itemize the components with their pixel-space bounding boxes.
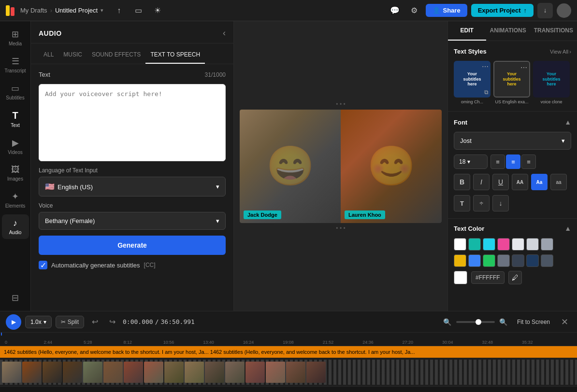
language-caret: ▾ (216, 183, 219, 190)
tab-music[interactable]: MUSIC (58, 48, 87, 64)
style-card-3[interactable]: Yoursubtitleshere (533, 61, 570, 98)
sidebar-item-media[interactable]: ⊞ Media (2, 25, 29, 50)
settings-button[interactable]: ⚙ (406, 3, 422, 18)
align-right-button[interactable]: ≡ (521, 154, 536, 169)
text-count: 31/1000 (205, 71, 226, 78)
view-all-button[interactable]: View All › (550, 49, 571, 55)
sidebar-item-images[interactable]: 🖼 Images (2, 161, 29, 185)
breadcrumb-caret[interactable]: ▾ (101, 7, 103, 14)
align-center-button[interactable]: ≡ (506, 154, 520, 169)
share-button[interactable]: 👤 Share (426, 4, 467, 17)
font-selector[interactable]: Jost ▾ (454, 132, 571, 150)
comments-button[interactable]: 💬 (387, 3, 403, 18)
split-button[interactable]: ✂ Split (56, 316, 84, 328)
play-button[interactable]: ▶ (6, 314, 21, 330)
zoom-in-button[interactable]: 🔍 (498, 316, 509, 328)
text-color-header[interactable]: Text Color ▲ (454, 224, 571, 232)
swatch-dark-gray[interactable] (497, 254, 510, 267)
thumbnail-4 (63, 362, 82, 383)
swatch-slate[interactable] (541, 254, 553, 267)
generate-button[interactable]: Generate (39, 236, 226, 255)
voice-select[interactable]: Bethany (Female) ▾ (39, 212, 226, 230)
thumbnail-16 (306, 362, 326, 383)
font-collapse-arrow[interactable]: ▲ (564, 118, 571, 126)
swatch-mid-gray[interactable] (541, 238, 553, 251)
sidebar-item-layers[interactable]: ⊟ (2, 289, 29, 307)
zoom-slider[interactable] (456, 321, 495, 323)
sidebar-item-subtitles[interactable]: ▭ Subtitles (2, 79, 29, 104)
align-left-button[interactable]: ≡ (490, 154, 505, 169)
tab-text-to-speech[interactable]: TEXT TO SPEECH (145, 48, 205, 64)
color-hex-input[interactable]: #FFFFFF (471, 271, 505, 284)
tab-all[interactable]: ALL (39, 48, 58, 64)
export-button[interactable]: Export Project ↑ (471, 4, 534, 17)
text-label: Text (39, 71, 50, 78)
bold-button[interactable]: B (454, 174, 470, 190)
tab-edit[interactable]: EDIT (448, 21, 486, 41)
icon-nav: ⊞ Media ☰ Transcript ▭ Subtitles T Text … (0, 21, 31, 311)
sidebar-item-text[interactable]: T Text (2, 106, 29, 132)
font-section-header[interactable]: Font ▲ (454, 118, 571, 126)
canvas-top-handle[interactable]: • • • (334, 99, 347, 110)
uppercase-button[interactable]: AA (512, 174, 528, 190)
swatch-pink[interactable] (497, 238, 510, 251)
sidebar-item-elements[interactable]: ✦ Elements (2, 187, 29, 212)
swatch-blue[interactable] (468, 254, 481, 267)
superscript-button[interactable]: ↓ (492, 195, 509, 211)
style-card-menu-1[interactable]: ⋯ (482, 63, 489, 70)
upload-button[interactable]: ↑ (111, 3, 127, 18)
font-size-caret: ▾ (467, 158, 470, 165)
thumbnail-14 (266, 362, 285, 383)
subscript-button[interactable]: ÷ (473, 195, 490, 211)
swatch-cyan[interactable] (483, 238, 495, 251)
italic-button[interactable]: I (473, 174, 490, 190)
swatch-navy[interactable] (526, 254, 539, 267)
tab-transitions[interactable]: TRANSITIONS (530, 21, 577, 41)
style-card-text-2: Yoursubtitleshere (501, 70, 522, 89)
font-size-selector[interactable]: 18 ▾ (454, 154, 488, 169)
text-shadow-button[interactable]: T (454, 195, 470, 211)
swatch-white[interactable] (454, 238, 466, 251)
audio-panel-close[interactable]: ‹ (223, 28, 226, 38)
redo-button[interactable]: ↪ (105, 315, 119, 329)
user-avatar[interactable] (557, 3, 571, 18)
swatch-teal[interactable] (468, 238, 481, 251)
swatch-light-gray[interactable] (512, 238, 524, 251)
swatch-darkest-gray[interactable] (512, 254, 524, 267)
lowercase-button[interactable]: aa (550, 174, 567, 190)
thumbnail-7 (124, 362, 143, 383)
style-card-menu-2[interactable]: ⋯ (520, 64, 527, 71)
text-color-collapse-arrow[interactable]: ▲ (564, 224, 571, 232)
zoom-out-button[interactable]: 🔍 (442, 316, 453, 328)
brightness-button[interactable]: ☀ (150, 3, 165, 18)
copy-icon-1[interactable]: ⧉ (484, 89, 489, 96)
titlecase-button[interactable]: Aa (531, 174, 548, 190)
language-select[interactable]: 🇺🇸English (US) ▾ (39, 177, 226, 196)
swatch-gray[interactable] (526, 238, 539, 251)
layers-icon: ⊟ (12, 293, 19, 303)
tab-animations[interactable]: ANIMATIONS (486, 21, 530, 41)
color-preview[interactable] (454, 271, 467, 284)
underline-button[interactable]: U (492, 174, 509, 190)
fit-to-screen-button[interactable]: Fit to Screen (513, 316, 554, 328)
style-card-2[interactable]: ⋯ Yoursubtitleshere (493, 61, 530, 98)
undo-button[interactable]: ↩ (88, 315, 101, 329)
sidebar-item-audio[interactable]: ♪ Audio (2, 214, 29, 239)
auto-subtitles-checkbox[interactable]: ✓ (39, 261, 47, 269)
topbar: My Drafts › Untitled Project ▾ ↑ ▭ ☀ 💬 ⚙… (0, 0, 577, 21)
breadcrumb-project[interactable]: Untitled Project (55, 7, 98, 14)
breadcrumb-separator: › (50, 7, 52, 14)
captions-button[interactable]: ▭ (130, 3, 146, 18)
eyedropper-button[interactable]: 🖊 (508, 271, 522, 284)
sidebar-item-transcript[interactable]: ☰ Transcript (2, 52, 29, 77)
swatch-yellow[interactable] (454, 254, 466, 267)
tab-sound-effects[interactable]: SOUND EFFECTS (87, 48, 145, 64)
swatch-green[interactable] (483, 254, 495, 267)
style-card-1[interactable]: ⋯ Yoursubtitleshere ⧉ (454, 61, 490, 98)
download-button[interactable]: ↓ (537, 3, 553, 18)
canvas-bottom-handle[interactable]: • • • (334, 223, 347, 234)
speed-selector[interactable]: 1.0x ▾ (25, 316, 52, 328)
close-timeline-button[interactable]: ✕ (558, 315, 571, 329)
voiceover-textarea[interactable] (39, 84, 226, 161)
sidebar-item-videos[interactable]: ▶ Videos (2, 134, 29, 159)
